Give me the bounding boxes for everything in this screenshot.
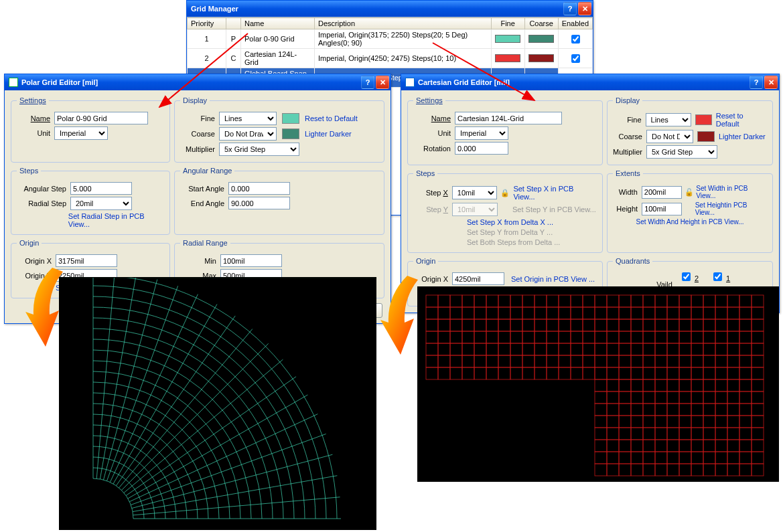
svg-rect-212 [715, 367, 727, 379]
fat-arrow-icon [380, 276, 421, 356]
help-button[interactable]: ? [750, 76, 763, 89]
col-priority[interactable]: Priority [188, 18, 226, 29]
svg-rect-126 [691, 331, 703, 343]
cartesian-titlebar[interactable]: Cartesian Grid Editor [mil] ? ✕ [401, 74, 779, 90]
help-button[interactable]: ? [563, 2, 577, 15]
multiplier-select[interactable]: 5x Grid Step [646, 145, 717, 159]
darker-link[interactable]: Darker [330, 130, 352, 138]
fine-swatch[interactable] [491, 29, 524, 49]
reset-default-link[interactable]: Reset to Default [716, 112, 767, 128]
polar-titlebar[interactable]: Polar Grid Editor [mil] ? ✕ [5, 74, 390, 90]
fine-select[interactable]: Lines [646, 113, 691, 126]
coarse-select[interactable]: Do Not Draw [646, 130, 693, 143]
svg-rect-155 [703, 343, 715, 355]
set-radial-link[interactable]: Set Radial Step in PCB View... [68, 212, 164, 228]
col-enabled[interactable]: Enabled [558, 18, 592, 29]
set-step-x-delta-link[interactable]: Set Step X from Delta X ... [467, 218, 553, 226]
svg-rect-223 [679, 379, 691, 391]
lock-icon[interactable]: 🔓 [684, 187, 694, 197]
angular-step-input[interactable] [70, 182, 132, 195]
start-angle-input[interactable] [228, 182, 290, 195]
grid-manager-titlebar[interactable]: Grid Manager ? ✕ [187, 1, 593, 17]
svg-rect-65 [631, 307, 643, 319]
close-button[interactable]: ✕ [764, 76, 778, 89]
svg-rect-152 [667, 343, 679, 355]
svg-rect-36 [619, 295, 631, 307]
fine-color-swatch[interactable] [695, 114, 712, 125]
close-button[interactable]: ✕ [376, 76, 389, 89]
fine-select[interactable]: Lines [219, 112, 277, 125]
svg-rect-131 [752, 331, 764, 343]
set-step-x-link[interactable]: Set Step X in PCB View... [513, 185, 597, 201]
multiplier-select[interactable]: 5x Grid Step [219, 143, 299, 156]
svg-rect-83 [510, 319, 522, 331]
height-input[interactable] [642, 203, 682, 215]
svg-rect-238 [691, 391, 703, 404]
svg-rect-22 [450, 295, 462, 307]
svg-rect-170 [547, 355, 559, 367]
svg-rect-118 [595, 331, 607, 343]
set-width-link[interactable]: Set Width in PCB View... [696, 185, 767, 199]
origin-x-input[interactable] [56, 254, 117, 267]
name-input[interactable] [54, 112, 148, 124]
coarse-color-swatch[interactable] [697, 131, 715, 142]
svg-rect-113 [535, 331, 547, 343]
quadrant-1[interactable]: 1 [711, 270, 730, 283]
enabled-checkbox[interactable] [571, 35, 580, 43]
svg-rect-181 [679, 355, 691, 367]
enabled-checkbox[interactable] [571, 54, 580, 63]
name-input[interactable] [455, 112, 562, 124]
svg-rect-259 [607, 416, 619, 428]
reset-default-link[interactable]: Reset to Default [305, 114, 358, 122]
table-row[interactable]: 2 C Cartesian 124L-Grid Imperial, Origin… [188, 49, 593, 68]
unit-select[interactable]: Imperial [54, 126, 108, 140]
col-type[interactable] [226, 18, 241, 29]
svg-rect-74 [739, 307, 752, 319]
svg-rect-93 [631, 319, 643, 331]
quadrant-2[interactable]: 2 [679, 270, 699, 283]
col-desc[interactable]: Description [315, 18, 492, 29]
coarse-select[interactable]: Do Not Draw [219, 127, 277, 141]
radial-step-select[interactable]: 20mil [70, 197, 132, 210]
svg-rect-279 [679, 428, 691, 440]
svg-rect-293 [679, 440, 691, 452]
lighter-link[interactable]: Lighter [305, 130, 328, 138]
set-height-link[interactable]: Set Heightin PCB View... [695, 201, 767, 216]
help-button[interactable]: ? [361, 76, 374, 89]
coarse-swatch[interactable] [524, 29, 558, 49]
svg-rect-248 [643, 404, 655, 416]
svg-rect-177 [631, 355, 643, 367]
set-origin-link[interactable]: Set Origin in PCB View ... [511, 275, 595, 283]
end-angle-input[interactable] [228, 197, 290, 209]
svg-rect-123 [655, 331, 667, 343]
set-wh-link[interactable]: Set Width And Height in PCB View... [636, 218, 743, 226]
coarse-swatch[interactable] [524, 49, 558, 68]
svg-rect-269 [727, 416, 739, 428]
rotation-input[interactable] [455, 142, 508, 155]
lighter-link[interactable]: Lighter [719, 132, 741, 141]
lock-icon[interactable]: 🔒 [500, 187, 510, 198]
origin-x-input[interactable] [452, 272, 504, 285]
col-name[interactable]: Name [241, 18, 315, 29]
col-coarse[interactable]: Coarse [524, 18, 558, 29]
svg-rect-322 [691, 464, 703, 476]
fine-swatch[interactable] [491, 49, 524, 68]
svg-rect-64 [619, 307, 631, 319]
col-fine[interactable]: Fine [491, 18, 524, 29]
svg-rect-44 [715, 295, 727, 307]
svg-rect-196 [522, 367, 535, 379]
radial-min-input[interactable] [220, 254, 282, 267]
darker-link[interactable]: Darker [743, 132, 766, 141]
svg-rect-138 [498, 343, 510, 355]
svg-rect-205 [631, 367, 643, 379]
unit-select[interactable]: Imperial [455, 126, 508, 140]
width-input[interactable] [642, 186, 682, 199]
close-button[interactable]: ✕ [578, 2, 591, 15]
coarse-color-swatch[interactable] [282, 128, 299, 139]
table-row[interactable]: 1 P Polar 0-90 Grid Imperial, Origin(317… [188, 29, 593, 49]
step-x-select[interactable]: 10mil [452, 186, 498, 199]
svg-rect-299 [752, 440, 764, 452]
svg-rect-227 [727, 379, 739, 391]
fine-color-swatch[interactable] [282, 113, 299, 124]
svg-rect-124 [667, 331, 679, 343]
